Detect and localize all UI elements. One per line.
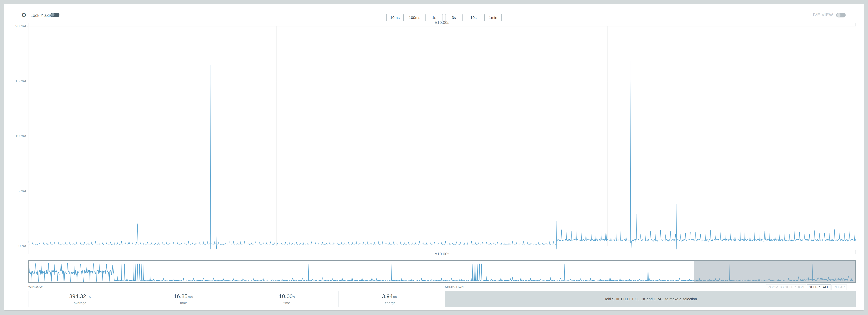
y-axis-tick-label: 20 mA xyxy=(4,24,26,28)
y-axis-tick-label: 5 mA xyxy=(4,189,26,193)
selection-button-group: ZOOM TO SELECTION SELECT ALL CLEAR xyxy=(766,285,847,290)
window-section-header: WINDOW xyxy=(28,285,43,289)
range-button-1min[interactable]: 1min xyxy=(484,14,502,21)
zoom-to-selection-button[interactable]: ZOOM TO SELECTION xyxy=(766,285,806,290)
stat-charge-label: charge xyxy=(385,301,396,305)
window-duration-label-top: Δ10.00s xyxy=(435,20,450,25)
stat-max-unit: mA xyxy=(188,295,193,299)
range-button-10s[interactable]: 10s xyxy=(465,14,482,21)
stat-average: 394.32µA average xyxy=(28,291,132,307)
settings-gear-icon[interactable]: ⚙ xyxy=(21,12,27,18)
window-duration-label-bottom: Δ10.00s xyxy=(435,252,450,256)
stat-time-unit: s xyxy=(293,295,295,299)
live-view-toggle[interactable] xyxy=(836,13,846,18)
stat-max: 16.85mA max xyxy=(132,291,235,307)
live-view-label: LIVE VIEW xyxy=(810,12,833,18)
y-axis-tick-label: 0 nA xyxy=(4,244,26,248)
stat-time-label: time xyxy=(283,301,290,305)
toggle-knob-icon xyxy=(837,13,840,17)
stat-max-label: max xyxy=(180,301,187,305)
divider-tick xyxy=(856,250,856,254)
selection-section-header: SELECTION xyxy=(445,285,464,289)
window-duration-divider-top: Δ10.00s xyxy=(28,21,856,24)
lock-y-axis-label: Lock Y-axis xyxy=(30,13,52,18)
main-current-chart[interactable] xyxy=(28,26,856,251)
stat-charge-unit: mC xyxy=(393,295,399,299)
select-all-button[interactable]: SELECT ALL xyxy=(807,285,831,290)
stat-average-label: average xyxy=(74,301,86,305)
lock-y-axis-toggle[interactable] xyxy=(51,13,59,17)
stat-average-unit: µA xyxy=(86,295,91,299)
stat-charge: 3.94mC charge xyxy=(339,291,442,307)
clear-selection-button[interactable]: CLEAR xyxy=(832,285,847,290)
y-axis-tick-label: 15 mA xyxy=(4,79,26,83)
minimap-chart[interactable] xyxy=(28,260,856,283)
range-button-10ms[interactable]: 10ms xyxy=(386,14,404,21)
window-duration-divider-bottom: Δ10.00s xyxy=(28,252,856,256)
stat-max-value: 16.85 xyxy=(174,293,187,299)
chart-gridlines xyxy=(28,26,856,251)
selection-hint-panel: Hold SHIFT+LEFT CLICK and DRAG to make a… xyxy=(445,291,856,307)
live-view-control: LIVE VIEW xyxy=(810,12,846,18)
profiler-card: ⚙ Lock Y-axis 10ms 100ms 1s 3s 10s 1min … xyxy=(4,4,864,310)
minimap-window-overlay[interactable] xyxy=(694,261,855,282)
stat-average-value: 394.32 xyxy=(69,293,86,299)
y-axis-tick-label: 10 mA xyxy=(4,134,26,138)
stat-charge-value: 3.94 xyxy=(382,293,393,299)
selection-hint-text: Hold SHIFT+LEFT CLICK and DRAG to make a… xyxy=(603,297,697,301)
toggle-knob-icon xyxy=(51,13,55,17)
range-button-100ms[interactable]: 100ms xyxy=(406,14,423,21)
stat-time-value: 10.00 xyxy=(279,293,292,299)
stat-time: 10.00s time xyxy=(235,291,339,307)
window-stats-panel: 394.32µA average 16.85mA max 10.00s time… xyxy=(28,291,442,307)
divider-tick xyxy=(856,23,856,26)
